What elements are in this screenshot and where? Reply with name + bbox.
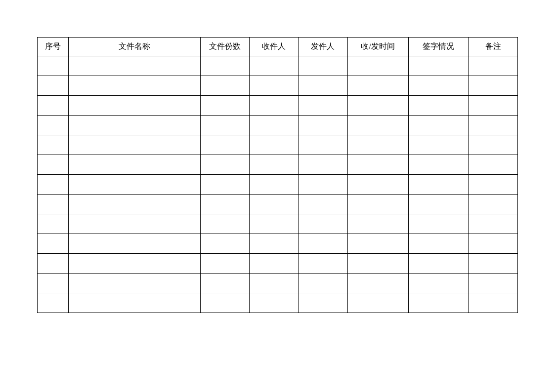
- table-row: [38, 135, 518, 155]
- cell: [469, 234, 518, 254]
- header-time: 收/发时间: [347, 38, 408, 56]
- cell: [469, 274, 518, 293]
- header-copies: 文件份数: [201, 38, 249, 56]
- cell: [69, 293, 201, 313]
- cell: [69, 254, 201, 274]
- cell: [347, 195, 408, 214]
- cell: [201, 175, 249, 195]
- cell: [201, 234, 249, 254]
- cell: [69, 155, 201, 175]
- cell: [347, 254, 408, 274]
- cell: [201, 195, 249, 214]
- cell: [299, 96, 348, 116]
- table-row: [38, 76, 518, 96]
- cell: [408, 214, 469, 234]
- cell: [408, 175, 469, 195]
- cell: [38, 96, 69, 116]
- cell: [201, 155, 249, 175]
- cell: [469, 214, 518, 234]
- cell: [201, 274, 249, 293]
- cell: [38, 116, 69, 135]
- header-remark: 备注: [469, 38, 518, 56]
- cell: [347, 96, 408, 116]
- table-row: [38, 254, 518, 274]
- table-row: [38, 274, 518, 293]
- table-row: [38, 155, 518, 175]
- cell: [249, 116, 299, 135]
- cell: [69, 56, 201, 76]
- cell: [38, 234, 69, 254]
- cell: [69, 116, 201, 135]
- cell: [408, 234, 469, 254]
- cell: [408, 155, 469, 175]
- cell: [38, 214, 69, 234]
- cell: [69, 274, 201, 293]
- cell: [299, 155, 348, 175]
- cell: [249, 274, 299, 293]
- cell: [38, 76, 69, 96]
- cell: [347, 155, 408, 175]
- cell: [249, 293, 299, 313]
- cell: [408, 254, 469, 274]
- header-recipient: 收件人: [249, 38, 299, 56]
- cell: [347, 76, 408, 96]
- cell: [347, 274, 408, 293]
- cell: [38, 274, 69, 293]
- cell: [249, 155, 299, 175]
- cell: [347, 116, 408, 135]
- cell: [347, 293, 408, 313]
- cell: [469, 195, 518, 214]
- cell: [469, 116, 518, 135]
- cell: [299, 274, 348, 293]
- cell: [347, 234, 408, 254]
- cell: [201, 135, 249, 155]
- cell: [469, 56, 518, 76]
- cell: [408, 96, 469, 116]
- cell: [38, 293, 69, 313]
- table-row: [38, 293, 518, 313]
- header-sender: 发件人: [299, 38, 348, 56]
- cell: [469, 254, 518, 274]
- header-signature: 签字情况: [408, 38, 469, 56]
- table-row: [38, 116, 518, 135]
- cell: [299, 175, 348, 195]
- cell: [408, 116, 469, 135]
- cell: [249, 76, 299, 96]
- cell: [469, 135, 518, 155]
- table-row: [38, 175, 518, 195]
- cell: [299, 116, 348, 135]
- cell: [69, 195, 201, 214]
- cell: [408, 76, 469, 96]
- document-log-table: 序号 文件名称 文件份数 收件人 发件人 收/发时间 签字情况 备注: [37, 37, 518, 313]
- cell: [347, 175, 408, 195]
- table-row: [38, 96, 518, 116]
- cell: [347, 56, 408, 76]
- cell: [408, 56, 469, 76]
- cell: [299, 293, 348, 313]
- cell: [38, 155, 69, 175]
- cell: [408, 274, 469, 293]
- cell: [299, 56, 348, 76]
- cell: [69, 135, 201, 155]
- cell: [69, 76, 201, 96]
- cell: [201, 293, 249, 313]
- table-header-row: 序号 文件名称 文件份数 收件人 发件人 收/发时间 签字情况 备注: [38, 38, 518, 56]
- cell: [38, 195, 69, 214]
- table-row: [38, 195, 518, 214]
- cell: [249, 96, 299, 116]
- cell: [469, 76, 518, 96]
- cell: [201, 76, 249, 96]
- cell: [469, 96, 518, 116]
- cell: [469, 175, 518, 195]
- cell: [38, 254, 69, 274]
- cell: [249, 234, 299, 254]
- cell: [201, 116, 249, 135]
- cell: [38, 135, 69, 155]
- cell: [201, 56, 249, 76]
- cell: [299, 254, 348, 274]
- cell: [299, 214, 348, 234]
- cell: [299, 195, 348, 214]
- cell: [299, 76, 348, 96]
- table-body: [38, 56, 518, 313]
- cell: [249, 195, 299, 214]
